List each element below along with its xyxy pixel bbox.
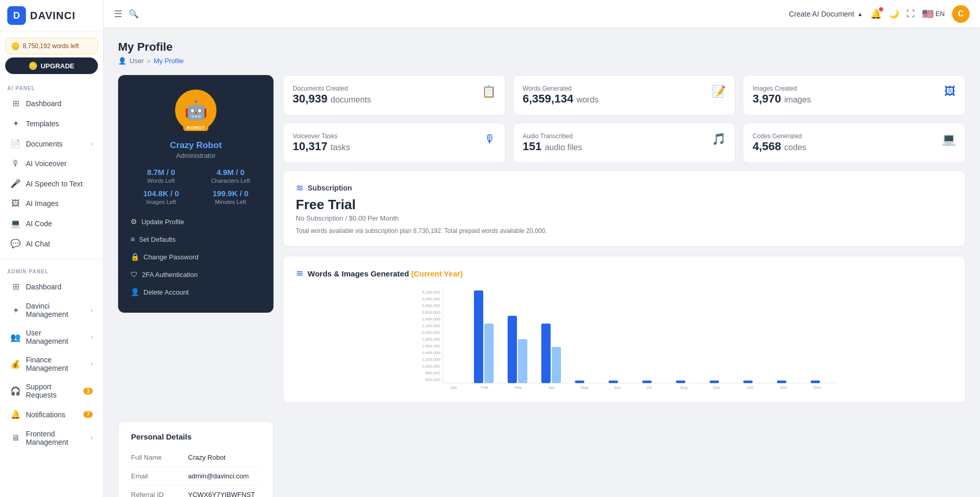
svg-rect-18 [508, 316, 517, 383]
change-password-button[interactable]: 🔒 Change Password [131, 251, 261, 263]
sidebar-item-dashboard[interactable]: ⊞ Dashboard [3, 94, 100, 113]
svg-text:3,200,000: 3,200,000 [422, 290, 440, 295]
svg-rect-26 [710, 381, 719, 383]
stat-card-header: Codes Generated 4,568 codes [753, 133, 806, 153]
upgrade-button[interactable]: 🪙 UPGRADE [5, 57, 98, 74]
sidebar-item-label: Support Requests [26, 383, 78, 399]
svg-text:Sep: Sep [713, 385, 720, 390]
audio-value: 151 audio files [523, 140, 582, 153]
profile-stats-grid: 8.7M / 0 Words Left 4.9M / 0 Characters … [131, 168, 261, 205]
users-icon: 👥 [10, 332, 21, 342]
svg-rect-19 [518, 339, 527, 383]
sidebar: D DAVINCI 🪙 8,750,192 words left 🪙 UPGRA… [0, 0, 104, 497]
profile-stat-chars-left: 4.9M / 0 Characters Left [200, 168, 261, 184]
svg-text:Jul: Jul [646, 385, 652, 390]
delete-account-button[interactable]: 👤 Delete Account [131, 286, 261, 298]
stat-card-words: Words Generated 6,359,134 words 📝 [513, 75, 736, 115]
svg-text:2,800,000: 2,800,000 [422, 303, 440, 308]
stat-card-voiceover: Voiceover Tasks 10,317 tasks 🎙 [283, 123, 506, 163]
sidebar-item-notifications[interactable]: 🔔 Notifications 7 [3, 405, 100, 424]
sidebar-item-templates[interactable]: ✦ Templates [3, 114, 100, 133]
chevron-right-icon: › [91, 333, 93, 341]
sidebar-item-support-req[interactable]: 🎧 Support Requests 3 [3, 378, 100, 404]
set-defaults-button[interactable]: ≡ Set Defaults [131, 233, 261, 245]
svg-text:Aug: Aug [680, 385, 687, 390]
sidebar-item-documents[interactable]: 📄 Documents › [3, 134, 100, 153]
avatar-wrapper: 🤖 ROBOT [175, 90, 217, 131]
admin-grid-icon: ⊞ [10, 282, 21, 291]
svg-rect-20 [541, 324, 551, 383]
audio-label: Audio Transcribed [523, 133, 582, 140]
sidebar-item-label: Dashboard [26, 283, 93, 291]
personal-details-title: Personal Details [131, 432, 261, 441]
fullscreen-icon[interactable]: ⛶ [906, 9, 915, 19]
breadcrumb-user-icon: 👤 [118, 57, 126, 65]
sidebar-item-ai-speech[interactable]: 🎤 AI Speech to Text [3, 174, 100, 193]
sidebar-item-davinci-mgmt[interactable]: ✦ Davinci Management › [3, 297, 100, 323]
chart-subtitle: (Current Year) [411, 269, 463, 278]
logo-text: DAVINCI [30, 10, 76, 22]
svg-rect-22 [575, 381, 584, 383]
profile-stat-words-left: 8.7M / 0 Words Left [131, 168, 192, 184]
user-avatar[interactable]: C [952, 5, 970, 23]
sidebar-item-ai-code[interactable]: 💻 AI Code [3, 214, 100, 233]
chart-section: ≋ Words & Images Generated (Current Year… [283, 256, 965, 403]
chart-title-text: Words & Images Generated [308, 269, 409, 278]
stat-card-header: Audio Transcribed 151 audio files [523, 133, 582, 153]
stat-card-audio: Audio Transcribed 151 audio files 🎵 [513, 123, 736, 163]
sidebar-item-label: Dashboard [26, 99, 93, 108]
dark-mode-icon[interactable]: 🌙 [889, 9, 899, 19]
sidebar-item-admin-dashboard[interactable]: ⊞ Dashboard [3, 277, 100, 296]
pd-referral-label: Referral ID [131, 491, 188, 497]
update-profile-button[interactable]: ⚙ Update Profile [131, 215, 261, 228]
svg-rect-24 [642, 381, 652, 383]
main-area: ☰ 🔍 Create AI Document ▲ 🔔 🌙 ⛶ 🇺🇸 EN C M… [104, 0, 980, 497]
sidebar-item-frontend-mgmt[interactable]: 🖥 Frontend Management › [3, 425, 100, 451]
pd-row-email: Email admin@davinci.com [131, 467, 261, 486]
code-icon: 💻 [10, 218, 21, 228]
sidebar-item-label: AI Chat [26, 240, 93, 248]
profile-name: Crazy Robot [170, 140, 222, 151]
settings-icon: ⚙ [131, 217, 137, 226]
2fa-button[interactable]: 🛡 2FA Authentication [131, 268, 261, 281]
sidebar-item-label: Notifications [26, 411, 78, 419]
sidebar-item-ai-voiceover[interactable]: 🎙 AI Voiceover [3, 154, 100, 173]
words-left-text: 8,750,192 words left [23, 42, 79, 50]
chars-left-label: Characters Left [200, 178, 261, 184]
pd-fullname-value: Crazy Robot [188, 454, 225, 461]
sidebar-item-label: AI Voiceover [26, 159, 93, 168]
logo: D DAVINCI [0, 0, 103, 32]
images-left-value: 104.8K / 0 [131, 189, 192, 198]
stat-card-images: Images Created 3,970 images 🖼 [743, 75, 965, 115]
plan-price: No Subscription / $0.00 Per Month [296, 214, 953, 222]
svg-text:1,000,000: 1,000,000 [422, 364, 440, 369]
profile-role: Administrator [176, 152, 216, 159]
chevron-right-icon: › [91, 306, 93, 314]
create-ai-document-button[interactable]: Create AI Document ▲ [789, 10, 863, 18]
davinci-icon: ✦ [10, 305, 21, 315]
stat-card-row: Voiceover Tasks 10,317 tasks 🎙 [293, 133, 496, 153]
hamburger-menu-icon[interactable]: ☰ [114, 8, 122, 20]
breadcrumb-current: My Profile [154, 57, 184, 65]
breadcrumb-separator: » [147, 57, 150, 65]
notifications-bell-icon[interactable]: 🔔 [870, 8, 882, 20]
sidebar-item-ai-images[interactable]: 🖼 AI Images [3, 194, 100, 213]
images-created-label: Images Created [753, 85, 811, 92]
audio-unit: audio files [545, 143, 582, 152]
documents-created-label: Documents Created [293, 85, 371, 92]
topbar: ☰ 🔍 Create AI Document ▲ 🔔 🌙 ⛶ 🇺🇸 EN C [104, 0, 980, 28]
sidebar-item-finance-mgmt[interactable]: 💰 Finance Management › [3, 351, 100, 377]
codes-value: 4,568 codes [753, 140, 806, 153]
documents-created-value: 30,939 documents [293, 92, 371, 106]
change-password-label: Change Password [143, 253, 198, 261]
lock-icon: 🔒 [131, 253, 139, 261]
documents-icon: 📄 [10, 139, 21, 149]
breadcrumb-user-link[interactable]: User [129, 57, 143, 65]
svg-text:Jan: Jan [450, 385, 457, 390]
sidebar-item-label: Documents [26, 140, 85, 148]
sidebar-item-ai-chat[interactable]: 💬 AI Chat [3, 234, 100, 253]
topbar-search-icon[interactable]: 🔍 [128, 9, 139, 19]
images-left-label: Images Left [131, 199, 192, 205]
sidebar-item-user-mgmt[interactable]: 👥 User Management › [3, 324, 100, 350]
language-selector[interactable]: 🇺🇸 EN [922, 8, 945, 20]
